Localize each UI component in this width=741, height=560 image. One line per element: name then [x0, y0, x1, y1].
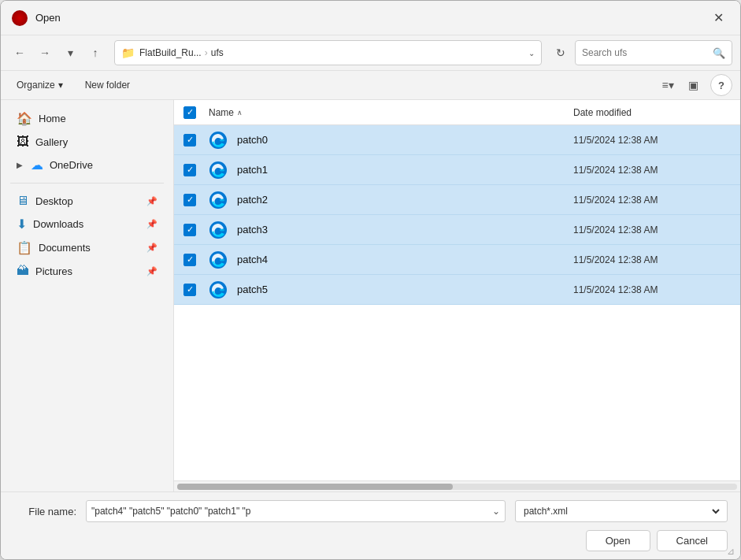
file-date-2: 11/5/2024 12:38 AM: [573, 195, 731, 206]
search-icon: 🔍: [713, 47, 725, 59]
checkbox-checked-5[interactable]: ✓: [183, 284, 196, 296]
back-button[interactable]: ←: [9, 42, 31, 64]
col-date-header[interactable]: Date modified: [573, 107, 731, 118]
close-button[interactable]: ✕: [707, 7, 729, 29]
checkbox-checked-0[interactable]: ✓: [183, 134, 196, 146]
sidebar-label-documents: Documents: [39, 242, 140, 254]
checkbox-checked-3[interactable]: ✓: [183, 224, 196, 236]
file-icon-1: [209, 161, 237, 180]
address-separator: ›: [205, 47, 208, 58]
svg-point-9: [220, 258, 224, 261]
svg-point-7: [220, 228, 224, 231]
edge-icon-3: [209, 221, 228, 239]
scrollbar-track: [177, 484, 737, 490]
downloads-icon: ⬇: [17, 217, 27, 232]
table-row[interactable]: ✓ patch0 11/5/2024 12:38 AM: [174, 125, 740, 155]
gallery-icon: 🖼: [17, 135, 29, 149]
dialog-title: Open: [35, 12, 707, 24]
sidebar-label-onedrive: OneDrive: [50, 159, 157, 171]
organize-label: Organize: [17, 80, 55, 91]
home-icon: 🏠: [17, 111, 32, 126]
bottom-bar: File name: ⌄ patch*.xml Open Cancel: [1, 491, 740, 559]
filename-dropdown-icon[interactable]: ⌄: [492, 506, 500, 517]
forward-button[interactable]: →: [34, 42, 56, 64]
sidebar-label-gallery: Gallery: [35, 136, 157, 148]
row-checkbox-1[interactable]: ✓: [183, 164, 209, 176]
file-icon-4: [209, 250, 237, 269]
sidebar-item-downloads[interactable]: ⬇ Downloads 📌: [4, 213, 170, 235]
header-checkbox[interactable]: ✓: [183, 106, 209, 119]
pin-icon-downloads: 📌: [146, 219, 157, 229]
file-icon-5: [209, 280, 237, 299]
onedrive-icon: ☁: [31, 158, 43, 172]
file-name-5: patch5: [237, 284, 573, 295]
pane-button[interactable]: ▣: [682, 74, 704, 96]
col-name-header[interactable]: Name ∧: [209, 107, 573, 118]
search-input[interactable]: [582, 47, 713, 58]
pictures-icon: 🏔: [17, 264, 29, 278]
cancel-button[interactable]: Cancel: [657, 530, 728, 551]
sidebar-item-gallery[interactable]: 🖼 Gallery: [4, 131, 170, 153]
up-button[interactable]: ↑: [84, 42, 106, 64]
main-content: 🏠 Home 🖼 Gallery ▶ ☁ OneDrive 🖥 Desktop …: [1, 100, 740, 491]
filetype-dropdown[interactable]: patch*.xml: [521, 505, 722, 517]
expand-icon: ▶: [17, 161, 23, 169]
table-row[interactable]: ✓ patch2 11/5/2024 12:38 AM: [174, 185, 740, 215]
refresh-button[interactable]: ↻: [550, 42, 572, 64]
help-button[interactable]: ?: [710, 74, 732, 96]
dropdown-button[interactable]: ▾: [59, 42, 81, 64]
open-button[interactable]: Open: [586, 530, 650, 551]
scrollbar-thumb[interactable]: [177, 484, 453, 490]
organize-button[interactable]: Organize ▾: [9, 76, 71, 94]
svg-point-5: [220, 198, 224, 201]
file-date-1: 11/5/2024 12:38 AM: [573, 165, 731, 176]
svg-point-1: [220, 139, 224, 141]
sidebar-label-home: Home: [39, 113, 157, 124]
table-row[interactable]: ✓ patch4 11/5/2024 12:38 AM: [174, 245, 740, 275]
sidebar-item-onedrive[interactable]: ▶ ☁ OneDrive: [4, 154, 170, 176]
file-date-3: 11/5/2024 12:38 AM: [573, 224, 731, 235]
address-dropdown-icon[interactable]: ⌄: [528, 49, 535, 57]
table-row[interactable]: ✓ patch3 11/5/2024 12:38 AM: [174, 215, 740, 245]
file-icon-3: [209, 221, 237, 239]
sidebar-label-pictures: Pictures: [35, 265, 140, 277]
toolbar: Organize ▾ New folder ≡ ▾ ▣ ?: [1, 71, 740, 100]
new-folder-button[interactable]: New folder: [77, 76, 138, 94]
file-icon-0: [209, 131, 237, 150]
sidebar-item-desktop[interactable]: 🖥 Desktop 📌: [4, 190, 170, 212]
table-row[interactable]: ✓ patch5 11/5/2024 12:38 AM: [174, 275, 740, 305]
new-folder-label: New folder: [85, 80, 130, 91]
row-checkbox-5[interactable]: ✓: [183, 284, 209, 296]
nav-bar: ← → ▾ ↑ 📁 FlatBuild_Ru... › ufs ⌄ ↻ 🔍: [1, 35, 740, 71]
address-path-current: ufs: [211, 47, 224, 58]
filetype-select: patch*.xml: [515, 500, 728, 522]
desktop-icon: 🖥: [17, 194, 29, 208]
row-checkbox-0[interactable]: ✓: [183, 134, 209, 146]
pane-icon: ▣: [688, 79, 698, 91]
horizontal-scrollbar[interactable]: [174, 480, 740, 491]
sidebar: 🏠 Home 🖼 Gallery ▶ ☁ OneDrive 🖥 Desktop …: [1, 100, 174, 491]
checkbox-checked-1[interactable]: ✓: [183, 164, 196, 176]
folder-icon: 📁: [121, 46, 135, 59]
row-checkbox-4[interactable]: ✓: [183, 254, 209, 266]
filename-input[interactable]: [91, 506, 492, 517]
select-all-checkbox[interactable]: ✓: [183, 106, 196, 119]
view-menu-button[interactable]: ≡ ▾: [657, 74, 679, 96]
view-menu-icon: ≡: [661, 79, 668, 91]
sidebar-item-pictures[interactable]: 🏔 Pictures 📌: [4, 260, 170, 282]
file-icon-2: [209, 191, 237, 210]
address-bar[interactable]: 📁 FlatBuild_Ru... › ufs ⌄: [114, 40, 542, 65]
row-checkbox-2[interactable]: ✓: [183, 194, 209, 206]
sidebar-item-home[interactable]: 🏠 Home: [4, 107, 170, 130]
table-row[interactable]: ✓ patch1 11/5/2024 12:38 AM: [174, 155, 740, 185]
resize-handle[interactable]: ⊿: [727, 546, 738, 557]
checkbox-checked-2[interactable]: ✓: [183, 194, 196, 206]
edge-icon-1: [209, 161, 228, 180]
checkbox-checked-4[interactable]: ✓: [183, 254, 196, 266]
address-path: FlatBuild_Ru... › ufs: [139, 47, 224, 58]
file-date-4: 11/5/2024 12:38 AM: [573, 254, 731, 265]
svg-point-3: [220, 169, 224, 171]
edge-icon-4: [209, 250, 228, 269]
row-checkbox-3[interactable]: ✓: [183, 224, 209, 236]
sidebar-item-documents[interactable]: 📋 Documents 📌: [4, 236, 170, 259]
